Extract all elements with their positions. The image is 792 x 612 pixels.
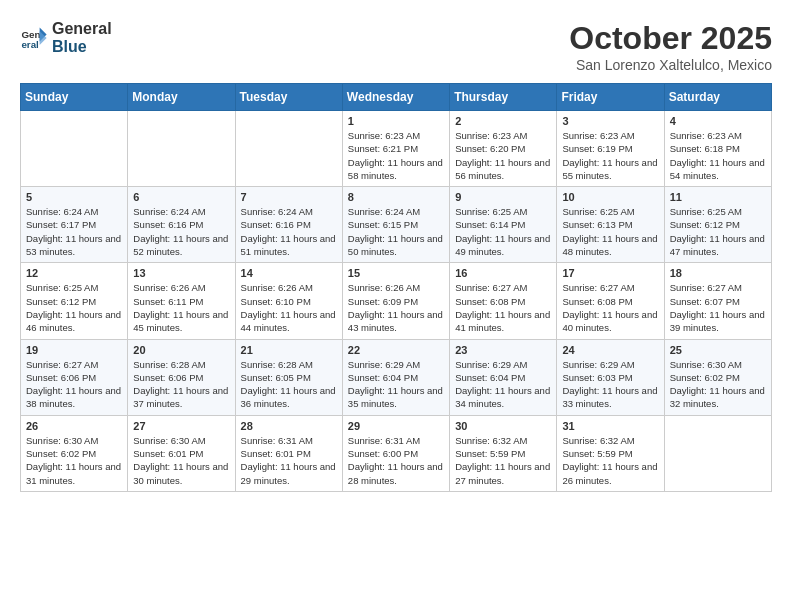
calendar-cell xyxy=(235,111,342,187)
weekday-header: Tuesday xyxy=(235,84,342,111)
day-number: 12 xyxy=(26,267,122,279)
calendar-cell: 7Sunrise: 6:24 AM Sunset: 6:16 PM Daylig… xyxy=(235,187,342,263)
day-number: 9 xyxy=(455,191,551,203)
day-info: Sunrise: 6:30 AM Sunset: 6:02 PM Dayligh… xyxy=(670,358,766,411)
day-number: 27 xyxy=(133,420,229,432)
day-info: Sunrise: 6:23 AM Sunset: 6:21 PM Dayligh… xyxy=(348,129,444,182)
calendar-cell: 19Sunrise: 6:27 AM Sunset: 6:06 PM Dayli… xyxy=(21,339,128,415)
day-number: 28 xyxy=(241,420,337,432)
calendar-cell: 31Sunrise: 6:32 AM Sunset: 5:59 PM Dayli… xyxy=(557,415,664,491)
calendar-cell: 11Sunrise: 6:25 AM Sunset: 6:12 PM Dayli… xyxy=(664,187,771,263)
day-number: 17 xyxy=(562,267,658,279)
day-info: Sunrise: 6:29 AM Sunset: 6:04 PM Dayligh… xyxy=(348,358,444,411)
calendar-cell: 5Sunrise: 6:24 AM Sunset: 6:17 PM Daylig… xyxy=(21,187,128,263)
logo-text: General Blue xyxy=(52,20,112,56)
day-info: Sunrise: 6:27 AM Sunset: 6:08 PM Dayligh… xyxy=(455,281,551,334)
weekday-header: Monday xyxy=(128,84,235,111)
calendar-cell: 25Sunrise: 6:30 AM Sunset: 6:02 PM Dayli… xyxy=(664,339,771,415)
calendar-cell: 15Sunrise: 6:26 AM Sunset: 6:09 PM Dayli… xyxy=(342,263,449,339)
day-number: 15 xyxy=(348,267,444,279)
weekday-header: Sunday xyxy=(21,84,128,111)
day-number: 8 xyxy=(348,191,444,203)
calendar-cell: 12Sunrise: 6:25 AM Sunset: 6:12 PM Dayli… xyxy=(21,263,128,339)
day-info: Sunrise: 6:24 AM Sunset: 6:15 PM Dayligh… xyxy=(348,205,444,258)
day-info: Sunrise: 6:25 AM Sunset: 6:13 PM Dayligh… xyxy=(562,205,658,258)
calendar-cell: 16Sunrise: 6:27 AM Sunset: 6:08 PM Dayli… xyxy=(450,263,557,339)
calendar-cell: 10Sunrise: 6:25 AM Sunset: 6:13 PM Dayli… xyxy=(557,187,664,263)
calendar-cell xyxy=(664,415,771,491)
day-number: 14 xyxy=(241,267,337,279)
svg-text:eral: eral xyxy=(21,39,39,50)
calendar-cell: 8Sunrise: 6:24 AM Sunset: 6:15 PM Daylig… xyxy=(342,187,449,263)
day-info: Sunrise: 6:25 AM Sunset: 6:12 PM Dayligh… xyxy=(26,281,122,334)
day-number: 19 xyxy=(26,344,122,356)
day-info: Sunrise: 6:28 AM Sunset: 6:05 PM Dayligh… xyxy=(241,358,337,411)
calendar-cell: 9Sunrise: 6:25 AM Sunset: 6:14 PM Daylig… xyxy=(450,187,557,263)
calendar-week-row: 12Sunrise: 6:25 AM Sunset: 6:12 PM Dayli… xyxy=(21,263,772,339)
page-header: Gen eral General Blue October 2025 San L… xyxy=(20,20,772,73)
day-number: 11 xyxy=(670,191,766,203)
calendar-cell xyxy=(128,111,235,187)
weekday-header: Wednesday xyxy=(342,84,449,111)
calendar-header-row: SundayMondayTuesdayWednesdayThursdayFrid… xyxy=(21,84,772,111)
calendar-cell: 1Sunrise: 6:23 AM Sunset: 6:21 PM Daylig… xyxy=(342,111,449,187)
calendar-cell: 22Sunrise: 6:29 AM Sunset: 6:04 PM Dayli… xyxy=(342,339,449,415)
calendar-cell: 28Sunrise: 6:31 AM Sunset: 6:01 PM Dayli… xyxy=(235,415,342,491)
day-info: Sunrise: 6:26 AM Sunset: 6:10 PM Dayligh… xyxy=(241,281,337,334)
calendar-cell: 14Sunrise: 6:26 AM Sunset: 6:10 PM Dayli… xyxy=(235,263,342,339)
day-number: 16 xyxy=(455,267,551,279)
weekday-header: Saturday xyxy=(664,84,771,111)
day-info: Sunrise: 6:29 AM Sunset: 6:04 PM Dayligh… xyxy=(455,358,551,411)
day-number: 5 xyxy=(26,191,122,203)
day-info: Sunrise: 6:30 AM Sunset: 6:01 PM Dayligh… xyxy=(133,434,229,487)
calendar-cell: 6Sunrise: 6:24 AM Sunset: 6:16 PM Daylig… xyxy=(128,187,235,263)
day-info: Sunrise: 6:32 AM Sunset: 5:59 PM Dayligh… xyxy=(455,434,551,487)
weekday-header: Friday xyxy=(557,84,664,111)
day-info: Sunrise: 6:32 AM Sunset: 5:59 PM Dayligh… xyxy=(562,434,658,487)
calendar-cell: 23Sunrise: 6:29 AM Sunset: 6:04 PM Dayli… xyxy=(450,339,557,415)
day-number: 31 xyxy=(562,420,658,432)
calendar-cell: 4Sunrise: 6:23 AM Sunset: 6:18 PM Daylig… xyxy=(664,111,771,187)
day-number: 2 xyxy=(455,115,551,127)
day-info: Sunrise: 6:26 AM Sunset: 6:09 PM Dayligh… xyxy=(348,281,444,334)
day-number: 7 xyxy=(241,191,337,203)
day-info: Sunrise: 6:25 AM Sunset: 6:14 PM Dayligh… xyxy=(455,205,551,258)
day-info: Sunrise: 6:23 AM Sunset: 6:19 PM Dayligh… xyxy=(562,129,658,182)
day-number: 20 xyxy=(133,344,229,356)
logo: Gen eral General Blue xyxy=(20,20,112,56)
day-number: 6 xyxy=(133,191,229,203)
day-number: 1 xyxy=(348,115,444,127)
day-info: Sunrise: 6:28 AM Sunset: 6:06 PM Dayligh… xyxy=(133,358,229,411)
day-number: 23 xyxy=(455,344,551,356)
logo-icon: Gen eral xyxy=(20,24,48,52)
day-number: 13 xyxy=(133,267,229,279)
day-info: Sunrise: 6:27 AM Sunset: 6:06 PM Dayligh… xyxy=(26,358,122,411)
day-number: 10 xyxy=(562,191,658,203)
weekday-header: Thursday xyxy=(450,84,557,111)
day-info: Sunrise: 6:23 AM Sunset: 6:20 PM Dayligh… xyxy=(455,129,551,182)
day-number: 22 xyxy=(348,344,444,356)
calendar-cell: 24Sunrise: 6:29 AM Sunset: 6:03 PM Dayli… xyxy=(557,339,664,415)
month-title: October 2025 xyxy=(569,20,772,57)
calendar-week-row: 26Sunrise: 6:30 AM Sunset: 6:02 PM Dayli… xyxy=(21,415,772,491)
title-area: October 2025 San Lorenzo Xaltelulco, Mex… xyxy=(569,20,772,73)
calendar-cell: 21Sunrise: 6:28 AM Sunset: 6:05 PM Dayli… xyxy=(235,339,342,415)
day-number: 26 xyxy=(26,420,122,432)
calendar-cell: 29Sunrise: 6:31 AM Sunset: 6:00 PM Dayli… xyxy=(342,415,449,491)
day-info: Sunrise: 6:30 AM Sunset: 6:02 PM Dayligh… xyxy=(26,434,122,487)
calendar-week-row: 1Sunrise: 6:23 AM Sunset: 6:21 PM Daylig… xyxy=(21,111,772,187)
day-info: Sunrise: 6:27 AM Sunset: 6:08 PM Dayligh… xyxy=(562,281,658,334)
day-number: 25 xyxy=(670,344,766,356)
calendar-cell: 2Sunrise: 6:23 AM Sunset: 6:20 PM Daylig… xyxy=(450,111,557,187)
day-info: Sunrise: 6:26 AM Sunset: 6:11 PM Dayligh… xyxy=(133,281,229,334)
location-title: San Lorenzo Xaltelulco, Mexico xyxy=(569,57,772,73)
calendar-cell: 17Sunrise: 6:27 AM Sunset: 6:08 PM Dayli… xyxy=(557,263,664,339)
calendar-cell: 3Sunrise: 6:23 AM Sunset: 6:19 PM Daylig… xyxy=(557,111,664,187)
calendar-cell: 27Sunrise: 6:30 AM Sunset: 6:01 PM Dayli… xyxy=(128,415,235,491)
day-info: Sunrise: 6:27 AM Sunset: 6:07 PM Dayligh… xyxy=(670,281,766,334)
day-number: 24 xyxy=(562,344,658,356)
day-info: Sunrise: 6:24 AM Sunset: 6:16 PM Dayligh… xyxy=(241,205,337,258)
day-info: Sunrise: 6:24 AM Sunset: 6:16 PM Dayligh… xyxy=(133,205,229,258)
day-info: Sunrise: 6:31 AM Sunset: 6:00 PM Dayligh… xyxy=(348,434,444,487)
calendar-table: SundayMondayTuesdayWednesdayThursdayFrid… xyxy=(20,83,772,492)
